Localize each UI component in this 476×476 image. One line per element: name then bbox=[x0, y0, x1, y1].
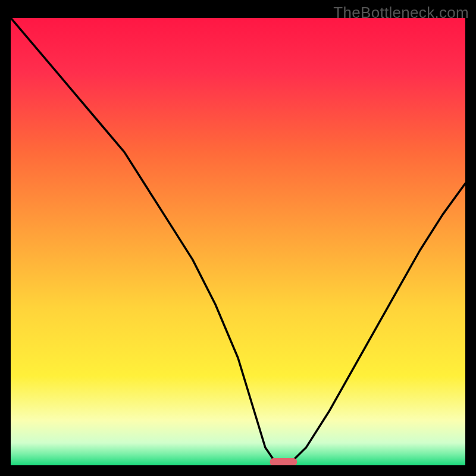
optimal-marker bbox=[270, 458, 298, 465]
watermark-label: TheBottleneck.com bbox=[333, 4, 469, 22]
bottleneck-chart bbox=[11, 18, 465, 465]
chart-frame: TheBottleneck.com bbox=[0, 0, 476, 476]
plot-area bbox=[11, 18, 465, 465]
gradient-background bbox=[11, 18, 465, 465]
